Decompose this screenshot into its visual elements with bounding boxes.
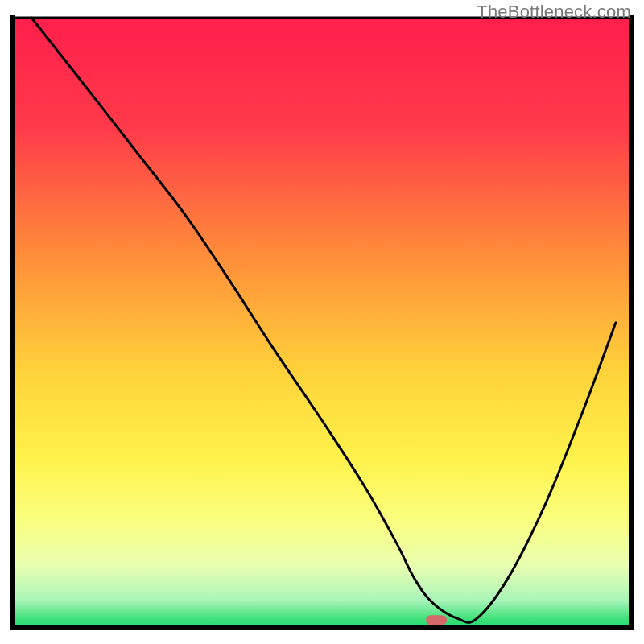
optimal-marker <box>426 615 447 625</box>
bottleneck-chart <box>0 0 644 644</box>
gradient-background <box>13 18 631 628</box>
chart-container: TheBottleneck.com <box>0 0 644 644</box>
watermark-text: TheBottleneck.com <box>477 2 631 23</box>
